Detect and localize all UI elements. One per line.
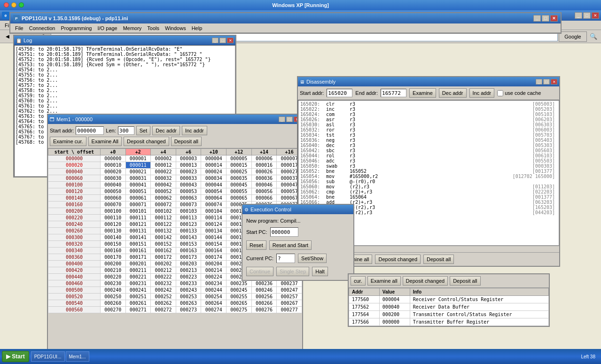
table-cell[interactable]: 000131 (125, 228, 151, 234)
table-cell[interactable]: 000273 (176, 307, 201, 313)
table-cell[interactable]: 000340 (48, 248, 101, 254)
mac-window-controls[interactable] (4, 2, 24, 8)
table-cell[interactable]: 000246 (251, 287, 277, 294)
mem1-examine-cur-btn[interactable]: Examine cur. (50, 137, 86, 146)
table-cell[interactable]: 000200 (100, 261, 125, 267)
table-cell[interactable]: 000234 (201, 280, 226, 287)
table-cell[interactable]: 000261 (125, 300, 151, 307)
table-cell[interactable]: 000250 (100, 294, 125, 300)
table-cell[interactable]: 000460 (48, 280, 101, 287)
set-show-btn[interactable]: Set/Show (298, 254, 327, 263)
table-cell[interactable]: 000134 (201, 228, 226, 234)
table-cell[interactable]: 000240 (100, 287, 125, 294)
table-cell[interactable]: 000012 (151, 162, 176, 169)
table-cell[interactable]: 000003 (176, 155, 201, 162)
table-cell[interactable]: 000044 (201, 182, 226, 188)
pdp-menu-file[interactable]: File (12, 25, 26, 31)
mem1-examine-all-btn[interactable]: Examine All (88, 137, 122, 146)
table-cell[interactable]: 000500 (48, 287, 101, 294)
table-cell[interactable]: 000123 (176, 221, 201, 228)
taskbar[interactable]: ▶ Start PDP11GUI... Mem1... Left 38 (0, 349, 601, 364)
pdp-minimize-btn[interactable]: _ (533, 15, 541, 22)
table-cell[interactable]: 000020 (100, 169, 125, 175)
len-input[interactable] (118, 126, 134, 135)
table-cell[interactable]: 000221 (125, 274, 151, 280)
mac-max-btn[interactable] (19, 2, 24, 8)
table-cell[interactable]: 000120 (100, 221, 125, 228)
table-cell[interactable]: 000054 (201, 188, 226, 195)
table-cell[interactable]: 000224 (201, 274, 226, 280)
pdp-maximize-btn[interactable]: □ (542, 15, 549, 22)
halt-btn[interactable]: Halt (312, 267, 328, 276)
start-button[interactable]: ▶ Start (2, 351, 29, 362)
table-cell[interactable]: 000202 (151, 261, 176, 267)
pdp-menu-io[interactable]: I/O page (94, 25, 120, 31)
table-cell[interactable]: 000100 (100, 208, 125, 215)
mac-min-btn[interactable] (11, 2, 16, 8)
table-cell[interactable]: 000172 (151, 254, 176, 261)
table-cell[interactable]: 000140 (48, 195, 101, 201)
table-cell[interactable]: 000110 (100, 215, 125, 221)
taskbar-pdp-item[interactable]: PDP11GUI... (31, 351, 65, 362)
table-cell[interactable]: 000257 (277, 294, 302, 300)
table-cell[interactable]: 000173 (176, 254, 201, 261)
start-addr-input[interactable] (76, 126, 104, 135)
table-cell[interactable]: 000274 (201, 307, 226, 313)
table-cell[interactable]: 000036 (251, 175, 277, 182)
table-cell[interactable]: 000264 (201, 300, 226, 307)
table-cell[interactable]: 000163 (176, 248, 201, 254)
table-cell[interactable]: 000030 (100, 175, 125, 182)
table-cell[interactable]: 000243 (176, 287, 201, 294)
table-cell[interactable]: 000005 (226, 155, 252, 162)
table-cell[interactable]: 000103 (176, 208, 201, 215)
use-code-cache-label[interactable]: use code cache (497, 90, 541, 96)
reset-btn[interactable]: Reset (246, 240, 266, 250)
table-cell[interactable]: 000133 (176, 228, 201, 234)
table-cell[interactable]: 000520 (48, 294, 101, 300)
table-cell[interactable]: 000015 (226, 162, 252, 169)
table-cell[interactable]: 000266 (251, 300, 277, 307)
table-cell[interactable]: 000132 (151, 228, 176, 234)
table-cell[interactable]: 000022 (151, 169, 176, 175)
table-cell[interactable]: 000233 (176, 280, 201, 287)
table-cell[interactable]: 000440 (48, 274, 101, 280)
table-cell[interactable]: 000160 (48, 201, 101, 208)
single-step-btn[interactable]: Single Step (276, 267, 309, 276)
table-cell[interactable]: 000062 (151, 195, 176, 201)
table-cell[interactable]: 000360 (48, 254, 101, 261)
table-cell[interactable]: 000013 (176, 162, 201, 169)
table-cell[interactable]: 000213 (176, 267, 201, 274)
table-cell[interactable]: 000222 (151, 274, 176, 280)
table-cell[interactable]: 000121 (125, 221, 151, 228)
taskbar-mem-item[interactable]: Mem1... (66, 351, 89, 362)
table-cell[interactable]: 000211 (125, 267, 151, 274)
table-cell[interactable]: 000041 (125, 182, 151, 188)
io-examine-cur-btn[interactable]: cur. (351, 276, 366, 286)
table-cell[interactable]: 000220 (100, 274, 125, 280)
table-cell[interactable]: 000055 (226, 188, 252, 195)
table-cell[interactable]: 000072 (151, 201, 176, 208)
table-cell[interactable]: 000255 (226, 294, 252, 300)
table-cell[interactable]: 000071 (125, 201, 151, 208)
table-cell[interactable]: 000104 (201, 208, 226, 215)
current-pc-input[interactable] (276, 254, 295, 263)
table-cell[interactable]: 000120 (48, 188, 101, 195)
table-cell[interactable]: 000033 (176, 175, 201, 182)
table-cell[interactable]: 000010 (100, 162, 125, 169)
table-cell[interactable]: 000320 (48, 241, 101, 248)
table-cell[interactable]: 000140 (100, 234, 125, 241)
table-cell[interactable]: 000154 (201, 241, 226, 248)
table-cell[interactable]: 000171 (125, 254, 151, 261)
table-cell[interactable]: 000053 (176, 188, 201, 195)
go-btn[interactable]: Google (559, 31, 587, 42)
disasm-minimize-btn[interactable]: _ (536, 79, 542, 85)
table-cell[interactable]: 000142 (151, 234, 176, 241)
table-cell[interactable]: 000111 (125, 215, 151, 221)
pdp-menu-help[interactable]: Help (189, 25, 205, 31)
table-cell[interactable]: 000161 (125, 248, 151, 254)
pdp-menu-memory[interactable]: Memory (120, 25, 145, 31)
table-cell[interactable]: 000300 (48, 234, 101, 241)
table-cell[interactable]: 000042 (151, 182, 176, 188)
io-deposit-all-btn[interactable]: Deposit all (450, 276, 480, 286)
disasm-end-addr-input[interactable] (381, 89, 406, 97)
